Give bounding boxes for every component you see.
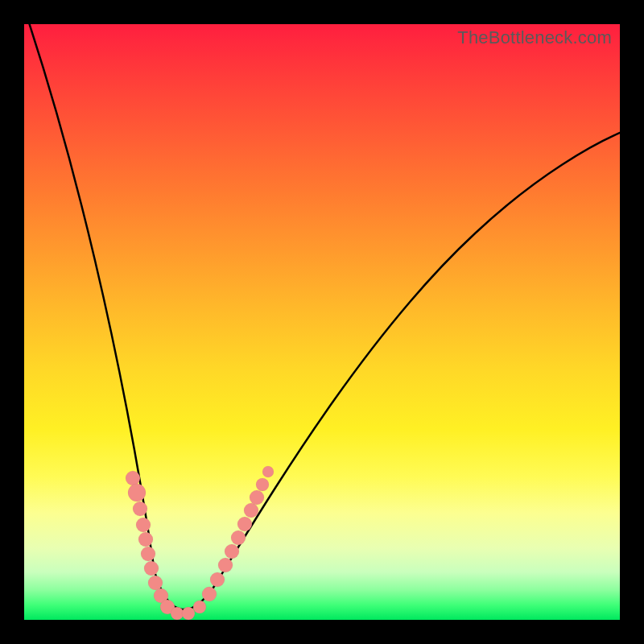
bead-dot xyxy=(136,518,151,532)
bead-dot xyxy=(244,503,258,518)
bead-dot xyxy=(262,466,274,477)
chart-frame: TheBottleneck.com xyxy=(24,24,620,620)
bead-dot xyxy=(202,587,217,601)
bead-dot xyxy=(133,502,147,516)
bead-dot xyxy=(182,607,195,620)
bead-dot xyxy=(148,576,163,590)
bead-dot xyxy=(126,471,140,485)
bead-dot xyxy=(138,532,153,547)
bottleneck-curve-svg xyxy=(24,24,620,620)
bead-dot xyxy=(256,478,269,491)
bead-dot xyxy=(225,544,239,559)
bead-dot xyxy=(250,490,264,505)
bottleneck-curve-path xyxy=(24,24,620,609)
bead-dot xyxy=(144,561,159,576)
bead-dot xyxy=(237,517,252,531)
bead-dot xyxy=(128,484,146,502)
bead-dot xyxy=(171,607,184,620)
bead-dot xyxy=(218,558,233,572)
bead-dot xyxy=(193,601,206,613)
bead-dot xyxy=(141,547,155,561)
bead-dot xyxy=(231,530,246,545)
bead-group xyxy=(126,466,274,620)
bead-dot xyxy=(210,572,225,587)
